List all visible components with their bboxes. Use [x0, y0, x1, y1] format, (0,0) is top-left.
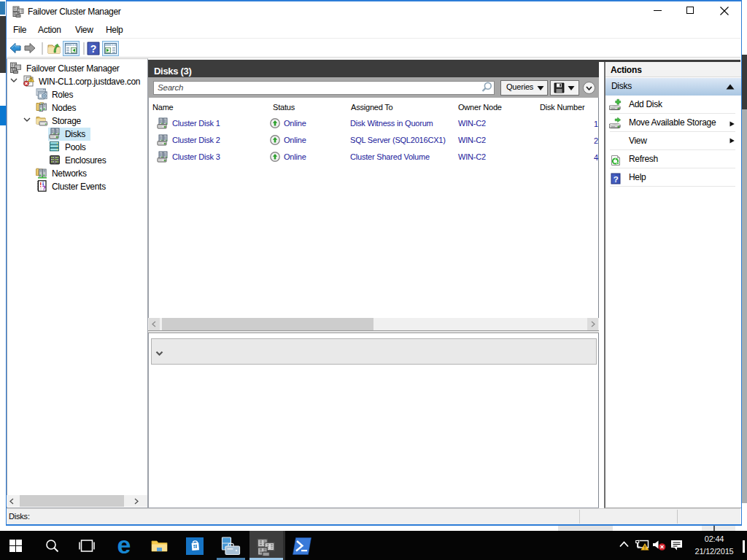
svg-text:?: ?	[614, 174, 619, 183]
svg-text:?: ?	[90, 43, 97, 55]
